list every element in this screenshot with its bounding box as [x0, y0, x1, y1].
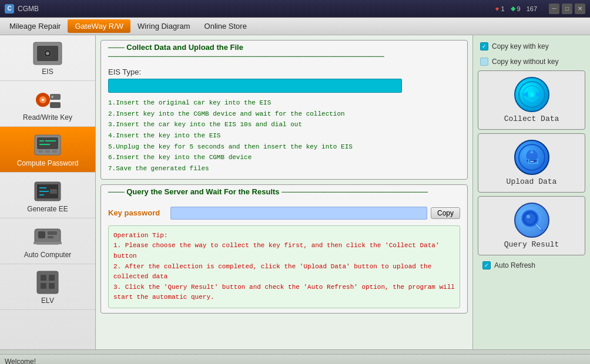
query-row: Key password Copy [108, 203, 460, 223]
svg-rect-26 [48, 231, 57, 235]
query-label: Query Result [504, 240, 559, 249]
menu-gateway-rw[interactable]: GateWay R/W [68, 19, 130, 33]
minimize-button[interactable]: ─ [549, 4, 559, 14]
instructions-list: 1.Insert the original car key into the E… [108, 97, 460, 174]
sidebar: EIS Read/Write Key [0, 35, 96, 349]
copy-without-key-checkbox[interactable] [480, 58, 488, 66]
upload-icon [514, 140, 549, 175]
collect-icon [514, 77, 549, 112]
titlebar: C CGMB ♥ 1 ◆ 9 167 ─ □ ✕ [0, 0, 590, 18]
collect-label: Collect Data [504, 114, 559, 123]
content-area: ─── Collect Data and Upload the File ───… [96, 35, 472, 349]
app-title: CGMB [18, 5, 495, 13]
tip-title: Operation Tip: [113, 231, 455, 241]
maximize-button[interactable]: □ [562, 4, 572, 14]
upload-data-card[interactable]: Upload Data [478, 133, 585, 193]
heart-badge: ♥ 1 [495, 5, 505, 12]
menu-online-store[interactable]: Online Store [197, 19, 254, 33]
badge-number: 167 [527, 5, 537, 12]
titlebar-right: ♥ 1 ◆ 9 167 ─ □ ✕ [495, 4, 585, 14]
svg-rect-33 [49, 283, 55, 289]
statusbar: Welcome! [0, 354, 590, 364]
auto-icon [32, 223, 64, 250]
key-password-input[interactable] [170, 207, 427, 220]
copy-with-key-row[interactable]: ✓ Copy key with key [478, 40, 585, 53]
copy-with-key-checkbox[interactable]: ✓ [480, 42, 488, 50]
eis-type-select[interactable] [108, 79, 402, 93]
instruction-6: 6.Insert the key into the CGMB device [108, 152, 460, 163]
elv-label: ELV [41, 296, 54, 305]
generate-label: Generate EE [27, 205, 68, 213]
query-result-card[interactable]: Query Result [478, 196, 585, 255]
svg-rect-23 [50, 189, 57, 194]
right-panel: ✓ Copy key with key Copy key without key… [472, 35, 590, 349]
collect-panel: ─── Collect Data and Upload the File ───… [100, 40, 468, 180]
operation-tips: Operation Tip: 1. Please choose the way … [108, 225, 460, 308]
instruction-4: 4.Insert the key into the EIS [108, 130, 460, 141]
svg-rect-14 [52, 150, 57, 153]
sidebar-item-compute[interactable]: Compute Password [0, 127, 95, 173]
tip-1: 1. Please choose the way to collect the … [113, 241, 455, 261]
generate-icon [32, 177, 64, 204]
diamond-count: 9 [517, 5, 521, 12]
svg-rect-28 [33, 242, 62, 244]
sidebar-item-readwrite[interactable]: Read/Write Key [0, 81, 95, 127]
copy-without-key-label: Copy key without key [492, 58, 558, 66]
query-icon [514, 203, 549, 238]
svg-rect-32 [41, 283, 46, 289]
heart-icon: ♥ [495, 5, 500, 12]
svg-point-3 [46, 52, 49, 55]
sidebar-item-eis[interactable]: EIS [0, 35, 95, 81]
menu-wiring-diagram[interactable]: Wiring Diagram [130, 19, 197, 33]
auto-refresh-row[interactable]: ✓ Auto Refresh [478, 259, 585, 272]
key-password-label: Key password [108, 208, 167, 217]
elv-icon [32, 269, 64, 295]
copy-button[interactable]: Copy [431, 207, 460, 219]
sidebar-item-elv[interactable]: ELV [0, 264, 95, 310]
menubar: Mileage Repair GateWay R/W Wiring Diagra… [0, 18, 590, 35]
compute-label: Compute Password [17, 159, 79, 167]
auto-refresh-checkbox[interactable]: ✓ [482, 261, 491, 269]
main-layout: EIS Read/Write Key [0, 35, 590, 349]
svg-rect-9 [50, 102, 61, 108]
svg-point-6 [42, 99, 44, 101]
tip-2: 2. After the collection is completed, cl… [113, 262, 455, 282]
eis-label: EIS [42, 68, 53, 76]
collect-panel-body: EIS Type: 1.Insert the original car key … [101, 63, 467, 179]
instruction-1: 1.Insert the original car key into the E… [108, 97, 460, 109]
menu-mileage-repair[interactable]: Mileage Repair [2, 19, 68, 33]
svg-rect-31 [49, 275, 55, 281]
svg-point-8 [51, 96, 53, 98]
instruction-5: 5.Unplug the key for 5 seconds and then … [108, 141, 460, 153]
query-panel-body: Key password Copy Operation Tip: 1. Plea… [101, 198, 467, 313]
collect-data-card[interactable]: Collect Data [478, 70, 585, 130]
svg-rect-11 [37, 137, 58, 149]
auto-label: Auto Computer [24, 251, 72, 259]
num-badge: 167 [527, 5, 537, 12]
diamond-icon: ◆ [511, 5, 515, 12]
sidebar-item-generate[interactable]: Generate EE [0, 173, 95, 218]
query-panel-title: ─── Query the Server and Wait For the Re… [101, 185, 467, 198]
close-button[interactable]: ✕ [575, 4, 585, 14]
sidebar-item-auto[interactable]: Auto Computer [0, 218, 95, 264]
scrollbar-area [0, 349, 590, 354]
eis-type-label: EIS Type: [108, 68, 460, 76]
auto-refresh-label: Auto Refresh [494, 261, 535, 269]
status-text: Welcome! [5, 358, 36, 364]
svg-point-41 [527, 215, 530, 218]
copy-without-key-row[interactable]: Copy key without key [478, 55, 585, 68]
svg-point-40 [525, 213, 535, 224]
query-panel: ─── Query the Server and Wait For the Re… [100, 184, 468, 314]
eis-icon [32, 40, 64, 66]
instruction-2: 2.Insert key into the CGMB device and wa… [108, 109, 460, 120]
svg-rect-12 [38, 150, 43, 153]
svg-rect-13 [45, 150, 50, 153]
upload-label: Upload Data [507, 177, 557, 186]
instruction-7: 7.Save the generated files [108, 163, 460, 174]
instruction-3: 3.Insert the car key into the EIS 10s an… [108, 119, 460, 130]
readwrite-label: Read/Write Key [23, 113, 72, 122]
compute-icon [32, 132, 64, 158]
copy-with-key-label: Copy key with key [492, 42, 549, 50]
svg-rect-29 [37, 271, 58, 294]
diamond-badge: ◆ 9 [511, 5, 521, 12]
